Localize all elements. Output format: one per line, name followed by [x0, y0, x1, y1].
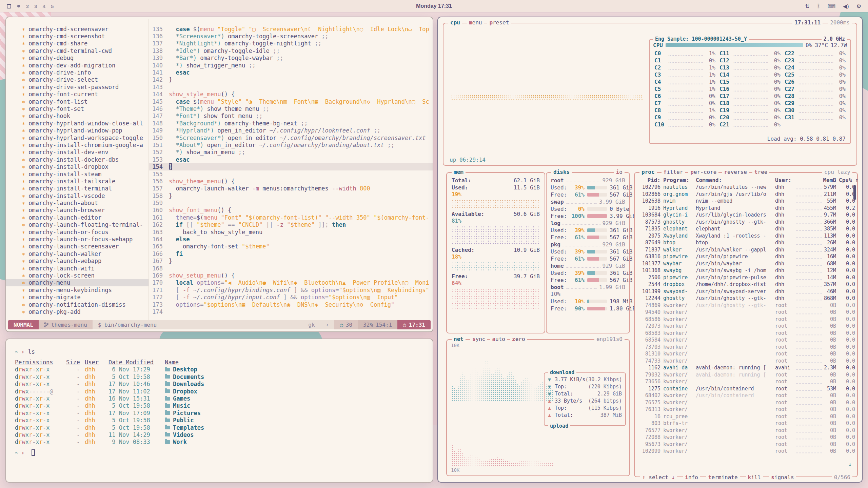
cpu-preset-button[interactable]: preset	[487, 19, 511, 26]
process-row[interactable]: 72073kworker/root⣀⣀⣀⣀⣀⣀⣀⣀⣀0B0.0	[635, 323, 857, 330]
process-row[interactable]: 68586kworker/root⣀⣀⣀⣀⣀⣀⣀⣀⣀0B0.0	[635, 316, 857, 323]
workspace-5[interactable]: 5	[51, 3, 54, 9]
workspace-dot-icon[interactable]	[17, 5, 20, 7]
process-row[interactable]: 94540kworker/root⣀⣀⣀⣀⣀⣀⣀⣀⣀0B0.0	[635, 309, 857, 316]
net-zero-button[interactable]: zero	[510, 336, 527, 342]
file-list-item[interactable]: ∗omarchy-launch-browser	[6, 207, 149, 214]
file-list-item[interactable]: ∗omarchy-cmd-screensaver	[6, 25, 149, 33]
file-list-item[interactable]: ∗omarchy-install-vscode	[6, 192, 149, 199]
directory-name[interactable]: Public	[165, 417, 433, 424]
file-list-item[interactable]: ∗omarchy-drive-set-password	[6, 83, 149, 90]
process-row[interactable]: 1162avahi-daavahi-daemon: running [avahi…	[635, 364, 857, 371]
file-list-item[interactable]: ∗omarchy-install-steam	[6, 170, 149, 178]
process-row[interactable]: 803btrfs-trroot⣀⣀⣀⣀⣀⣀⣀⣀⣀0B0.0	[635, 420, 857, 427]
proc-sort-selector[interactable]: cpu lazy	[822, 169, 852, 175]
process-row[interactable]: 12244ghostty/usr/bin/ghostty --gtk-dhh⣀⣀…	[635, 295, 857, 302]
directory-name[interactable]: Games	[165, 395, 433, 402]
process-row[interactable]: 102796nautilus/usr/bin/nautilus --newdhh…	[635, 184, 857, 191]
network-arrows-icon[interactable]: ⇅	[805, 3, 809, 9]
file-list-item[interactable]: ∗omarchy-install-dev-env	[6, 149, 149, 156]
file-list-item[interactable]: ∗omarchy-install-terminal	[6, 185, 149, 192]
process-row[interactable]: 103684glycin-i/usr/lib/glycin-loadersdhh…	[635, 211, 857, 219]
file-list-item[interactable]: ∗omarchy-pkg-add	[6, 308, 149, 315]
file-list-item[interactable]: ∗omarchy-menu-keybindings	[6, 286, 149, 293]
net-interface[interactable]: enp191s0	[594, 336, 625, 342]
process-row[interactable]: 81310kworker/root⣀⣀⣀⣀⣀⣀⣀⣀⣀0B0.0	[635, 350, 857, 358]
file-list-item[interactable]: ∗omarchy-launch-wifi	[6, 265, 149, 272]
directory-name[interactable]: Pictures	[165, 410, 433, 416]
file-list-item[interactable]: ∗omarchy-install-tailscale	[6, 178, 149, 185]
file-list-item[interactable]: ∗omarchy-launch-walker	[6, 250, 149, 257]
proc-filter-button[interactable]: filter	[662, 169, 685, 175]
terminal-window[interactable]: ~ › ls PermissionsSizeUserDate ModifiedN…	[5, 339, 433, 483]
process-row[interactable]: 87573ghostty/usr/bin/ghostty --gtk-dhh⣀⣀…	[635, 219, 857, 226]
file-list-item[interactable]: ∗omarchy-cmd-terminal-cwd	[6, 47, 149, 54]
directory-name[interactable]: Music	[165, 402, 433, 409]
refresh-interval[interactable]: 2000ms	[828, 19, 852, 26]
file-list-item[interactable]: ∗omarchy-launch-webapp	[6, 258, 149, 265]
process-table-header[interactable]: Pid:Program:Command:User:MemBCpu% ↑	[635, 176, 857, 184]
proc-header-command[interactable]: Command:	[696, 177, 772, 183]
proc-header-cpu[interactable]: Cpu% ↑	[839, 177, 855, 183]
volume-icon[interactable]: ◀)	[843, 3, 849, 9]
process-row[interactable]: 102099kworker/root⣀⣀⣀⣀⣀⣀⣀⣀⣀0B0.0	[635, 448, 857, 455]
file-list-item[interactable]: ∗omarchy-launch-or-focus-webapp	[6, 236, 149, 243]
file-list-item[interactable]: ∗omarchy-launch-about	[6, 199, 149, 206]
workspace-3[interactable]: 3	[34, 3, 37, 9]
file-list-item[interactable]: ∗omarchy-hook	[6, 113, 149, 120]
directory-name[interactable]: Documents	[165, 373, 433, 380]
directory-name[interactable]: Work	[165, 439, 433, 445]
process-row[interactable]: 101377waybar/usr/bin/waybardhh⣀⣀⣀⣀⣀⣀⣀⣀⣀6…	[635, 260, 857, 267]
directory-name[interactable]: Videos	[165, 431, 433, 438]
process-row[interactable]: 1275containe/usr/bin/containerdroot⣀⣀⣀⣀⣀…	[635, 385, 857, 392]
file-list-item[interactable]: ∗omarchy-cmd-screenshot	[6, 33, 149, 40]
directory-name[interactable]: Dropbox	[165, 388, 433, 395]
process-row[interactable]: 68584kworker/root⣀⣀⣀⣀⣀⣀⣀⣀⣀0B0.0	[635, 337, 857, 344]
process-row[interactable]: 71835elephantelephantdhh⣀⣀⣀⣀⣀⣀⣀⣀⣀385M0.0	[635, 225, 857, 232]
process-row[interactable]: 73656kworker/root⣀⣀⣀⣀⣀⣀⣀⣀⣀0B0.0	[635, 378, 857, 385]
file-list-item[interactable]: ∗omarchy-lock-screen	[6, 272, 149, 279]
proc-header-user[interactable]: User:	[775, 177, 793, 183]
process-row[interactable]: 63816pipewire/usr/bin/pipewiredhh⣀⣀⣀⣀⣀⣀⣀…	[635, 253, 857, 260]
net-auto-button[interactable]: auto	[490, 336, 507, 342]
process-row[interactable]: 1916HyprlandHyprlanddhh⣀⣀⣀⣀⣀⣀⣀⣀⣀455M0.2	[635, 205, 857, 212]
file-list-item[interactable]: ∗omarchy-install-chromium-google-a	[6, 141, 149, 148]
workspace-2[interactable]: 2	[26, 3, 29, 9]
process-row[interactable]: 71837walker/usr/bin/walker --gappldhh⣀⣀⣀…	[635, 246, 857, 253]
directory-name[interactable]: Downloads	[165, 381, 433, 387]
file-list-item[interactable]: ∗omarchy-hyprland-window-close-all	[6, 120, 149, 127]
process-row[interactable]: 76313kworker/root⣀⣀⣀⣀⣀⣀⣀⣀⣀0B0.0	[635, 406, 857, 413]
process-row[interactable]: 2075XwaylandXwayland :1 -rootless -dhh⣀⣀…	[635, 232, 857, 240]
process-row[interactable]: 73703kworker/root⣀⣀⣀⣀⣀⣀⣀⣀⣀0B0.0	[635, 344, 857, 351]
process-row[interactable]: 102638nvimnvim --embeddhh⣀⣀⣀⣀⣀⣀⣀⣀⣀55M0.0	[635, 198, 857, 205]
proc-action-kill[interactable]: kill	[746, 474, 763, 481]
file-list-item[interactable]: ∗omarchy-font-current	[6, 91, 149, 98]
file-list-item[interactable]: ∗omarchy-hyprland-window-pop	[6, 127, 149, 134]
scroll-down-hint[interactable]: ↓	[848, 461, 852, 468]
file-list-item[interactable]: ∗omarchy-migrate	[6, 293, 149, 301]
file-list-item[interactable]: ∗omarchy-font-set	[6, 105, 149, 112]
process-row[interactable]: 72088kworker/root⣀⣀⣀⣀⣀⣀⣀⣀⣀0B0.0	[635, 434, 857, 441]
file-list-item[interactable]: ∗omarchy-cmd-share	[6, 40, 149, 47]
proc-header-pid[interactable]: Pid:	[639, 177, 660, 183]
file-list-item[interactable]: ∗omarchy-launch-editor	[6, 214, 149, 221]
proc-action-signals[interactable]: signals	[769, 474, 796, 481]
file-list-item[interactable]: ∗omarchy-debug	[6, 55, 149, 62]
process-row[interactable]: 87649btopbtopdhh⣀⣀⣀⣀⣀⣀⣀⣀⣀26M0.0	[635, 239, 857, 246]
net-sync-button[interactable]: sync	[470, 336, 488, 342]
bluetooth-icon[interactable]: ᛒ	[817, 3, 820, 9]
process-row[interactable]: 74733kworker/root⣀⣀⣀⣀⣀⣀⣀⣀⣀0B0.0	[635, 358, 857, 365]
process-row[interactable]: 102866org.gnom/usr/bin/gjs /usr/lib/odhh…	[635, 191, 857, 198]
process-row[interactable]: 79032kworker/avahi-daemon: running [root…	[635, 371, 857, 379]
process-row[interactable]: 68583kworker/root⣀⣀⣀⣀⣀⣀⣀⣀⣀0B0.0	[635, 330, 857, 337]
file-list-item[interactable]: ∗omarchy-font-list	[6, 98, 149, 105]
disks-io-toggle[interactable]: io	[614, 169, 625, 175]
shell-prompt-line-2[interactable]: ~ ›	[15, 449, 433, 456]
proc-scrollbar[interactable]	[853, 185, 856, 200]
process-row[interactable]: 68402kworker//usr/bin/containerdroot⣀⣀⣀⣀…	[635, 392, 857, 399]
file-list-item[interactable]: ∗omarchy-menu	[6, 279, 149, 286]
btop-window[interactable]: cpu menupreset 17:31:11 2000ms Eng Sampl…	[437, 17, 863, 483]
process-row[interactable]: 76577kworker/root⣀⣀⣀⣀⣀⣀⣀⣀⣀0B0.0	[635, 427, 857, 434]
process-row[interactable]: 2506pipewire/usr/bin/pipewire-pulsedhh⣀⣀…	[635, 274, 857, 281]
file-list-item[interactable]: ∗omarchy-drive-select	[6, 76, 149, 83]
